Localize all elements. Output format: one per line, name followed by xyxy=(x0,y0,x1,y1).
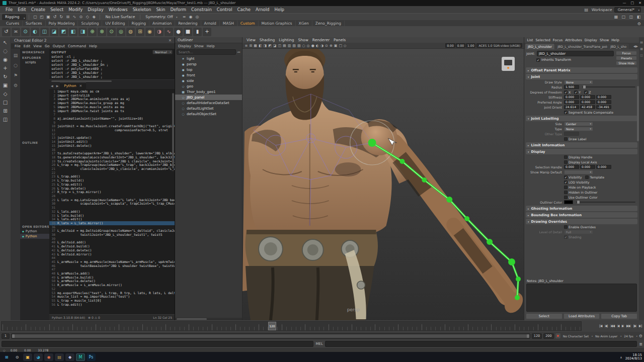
notes-field[interactable] xyxy=(526,284,637,312)
step-back-frame-button[interactable]: ◀| xyxy=(604,323,609,329)
attr-field[interactable]: 0.000 xyxy=(580,165,595,169)
viewport-toolbar-icon[interactable]: ◧ xyxy=(258,44,263,48)
sphere-icon[interactable]: ● xyxy=(174,28,183,36)
fps-dropdown[interactable]: 24 fps xyxy=(623,334,637,338)
ae-select-button[interactable]: Select xyxy=(526,313,562,319)
menu-arnold[interactable]: Arnold xyxy=(253,7,272,12)
select-tool-icon[interactable]: ↖ xyxy=(3,40,7,45)
workspace-dropdown[interactable]: General* xyxy=(614,7,641,13)
attr-field[interactable]: 0.000 xyxy=(596,165,611,169)
attr-field[interactable]: 0.000 xyxy=(580,100,595,104)
checkbox-segment-scale-compensate[interactable] xyxy=(564,111,568,114)
code-line[interactable]: 29L_lats = mg.LatsGroup(muscleName="L_la… xyxy=(49,198,175,202)
explorer-header[interactable]: EXPLORER xyxy=(20,54,49,60)
code-line[interactable]: 54muscle_list = mg.importMuscles("test") xyxy=(49,295,175,299)
menu-select[interactable]: Select xyxy=(48,7,66,12)
viewport-menu-shading[interactable]: Shading xyxy=(258,38,276,42)
go-to-range-start-button[interactable]: |◀ xyxy=(598,323,603,329)
attr-slider[interactable] xyxy=(582,86,635,87)
menu-deform[interactable]: Deform xyxy=(168,7,189,12)
code-line[interactable]: 45L_armMuscle = mg.armMuscle(muscleName=… xyxy=(49,260,175,264)
tray-expand-icon[interactable]: ∧ xyxy=(620,355,622,359)
code-line[interactable]: 34L_lats.edit() xyxy=(49,217,175,221)
point-constraint-icon[interactable]: ⊕ xyxy=(88,28,97,36)
section-bounding-box-information[interactable]: ▸Bounding Box Information xyxy=(526,212,637,218)
colorspace-dropdown[interactable]: ACES 1.0 SDR-video (sRGB) xyxy=(476,43,522,48)
shelf-tab-animation[interactable]: Animation xyxy=(149,21,175,26)
code-line[interactable]: 18ts.generateScapulaLocs(shoulder3Jnt="J… xyxy=(49,155,175,159)
ae-tab-jbd-l-shoulder[interactable]: JBD_L_shoulder xyxy=(525,44,554,49)
code-line[interactable]: 43L_deltoid.mirror() xyxy=(49,252,175,256)
wrist-joint[interactable] xyxy=(508,258,515,265)
move-tool-icon[interactable]: + xyxy=(3,66,7,71)
viewport-toolbar-icon[interactable]: ≡ xyxy=(244,44,249,48)
edge-browser-icon[interactable]: ◕ xyxy=(34,353,43,361)
tab-python[interactable]: Python ✕ xyxy=(60,82,86,89)
section-offset-parent-matrix[interactable]: ▸Offset Parent Matrix xyxy=(526,67,637,73)
ae-load-attributes-button[interactable]: Load Attributes xyxy=(564,313,600,319)
code-line[interactable]: 22 xyxy=(49,171,175,175)
menu-edit[interactable]: Edit xyxy=(15,7,28,12)
script-editor-titlebar[interactable]: Charcoal Editor 2 ✕ xyxy=(11,37,175,43)
undo-icon[interactable]: ↺ xyxy=(51,15,58,19)
attr-field[interactable]: 24.614 xyxy=(564,105,579,109)
code-line[interactable]: 24L_trap.build() xyxy=(49,178,175,183)
shelf-tab-custom[interactable]: Custom xyxy=(237,21,259,26)
shelf-tab-xgen[interactable]: XGen xyxy=(296,21,312,26)
close-icon[interactable]: ✕ xyxy=(169,38,172,43)
ae-show-hide-button[interactable]: Show Hide xyxy=(616,61,637,65)
code-line[interactable]: 10jointUnit = mu.MuscleJoint.createFromA… xyxy=(49,124,175,128)
code-line[interactable]: 39 xyxy=(49,237,175,241)
range-bar[interactable] xyxy=(12,334,529,338)
shelf-tab-rendering[interactable]: Rendering xyxy=(175,21,201,26)
snap-curve-icon[interactable]: ∿ xyxy=(71,15,77,19)
snap-plane-icon[interactable]: ◇ xyxy=(84,15,91,19)
ae-menu-selected[interactable]: Selected xyxy=(534,38,551,42)
code-line[interactable]: 15jointUnit.delete() xyxy=(49,144,175,148)
joint-tool-icon[interactable]: ⊙ xyxy=(21,28,30,36)
menu-create[interactable]: Create xyxy=(29,7,48,12)
ae-menu-list[interactable]: List xyxy=(526,38,534,42)
range-end-handle[interactable] xyxy=(527,334,529,338)
checkbox-enable-overrides[interactable] xyxy=(564,225,568,229)
attr-slider[interactable] xyxy=(576,202,635,203)
snap-grid-icon[interactable]: ⊞ xyxy=(64,15,71,19)
taskbar-clock[interactable]: 18:15 2024/8/13 xyxy=(625,353,642,361)
symmetry-dropdown[interactable]: Symmetry: Off xyxy=(145,15,177,19)
attr-field[interactable]: 0.000 xyxy=(564,165,579,169)
section-ghosting-information[interactable]: ▸Ghosting Information xyxy=(526,206,637,211)
code-line[interactable]: 33L_lats.build() xyxy=(49,214,175,218)
chrome-browser-icon[interactable]: ◉ xyxy=(44,353,53,361)
menuset-dropdown[interactable]: Rigging xyxy=(2,14,26,20)
viewport-menu-lighting[interactable]: Lighting xyxy=(277,38,295,42)
code-line[interactable]: 36 xyxy=(49,225,175,229)
paint-select-tool-icon[interactable]: ◉ xyxy=(3,57,8,62)
ae-menu-attributes[interactable]: Attributes xyxy=(564,38,584,42)
elbow-joint[interactable] xyxy=(446,197,452,203)
code-line[interactable]: 40L_deltoid.add() xyxy=(49,240,175,244)
copy-weights-icon[interactable]: ◨ xyxy=(78,28,87,36)
attr-dropdown-show-manip-default[interactable]: ▾ xyxy=(564,170,593,174)
viewport-toolbar-icon[interactable]: ● xyxy=(310,44,315,48)
checkbox-z[interactable] xyxy=(584,90,588,94)
viewport-transform-field[interactable]: 0.00 xyxy=(445,43,455,48)
checkbox-hide-on-playback[interactable] xyxy=(564,186,568,189)
code-line[interactable]: 27R_trp = L_trap.mirror() xyxy=(49,190,175,194)
attr-field[interactable]: 0.000 xyxy=(564,95,579,99)
section-limit-information[interactable]: ▸Limit Information xyxy=(526,142,637,148)
tab-back-icon[interactable]: ◀ xyxy=(49,84,55,87)
outliner-item-geo[interactable]: ◇geo xyxy=(175,83,242,89)
github-desktop-icon[interactable]: ◆ xyxy=(65,353,74,361)
blendshape-icon[interactable]: ◑ xyxy=(155,28,164,36)
viewport-toolbar-icon[interactable]: ⊙ xyxy=(325,44,329,48)
ce-menu-command[interactable]: Command xyxy=(66,44,88,48)
wire-icon[interactable]: ∿ xyxy=(165,28,173,36)
code-line[interactable]: 55L_trap = muscle_list[0] xyxy=(49,299,175,303)
shelf-tab-rigging[interactable]: Rigging xyxy=(129,21,149,26)
close-button[interactable]: ✕ xyxy=(638,1,641,5)
bookmark-icon[interactable]: ⚑ xyxy=(14,73,18,78)
measure-icon[interactable]: ≍ xyxy=(12,28,20,36)
close-tab-icon[interactable]: ✕ xyxy=(79,84,83,88)
make-live-icon[interactable]: ◈ xyxy=(91,15,97,19)
shelf-tab-zeno-rigging[interactable]: Zeno_Rigging xyxy=(312,21,345,26)
